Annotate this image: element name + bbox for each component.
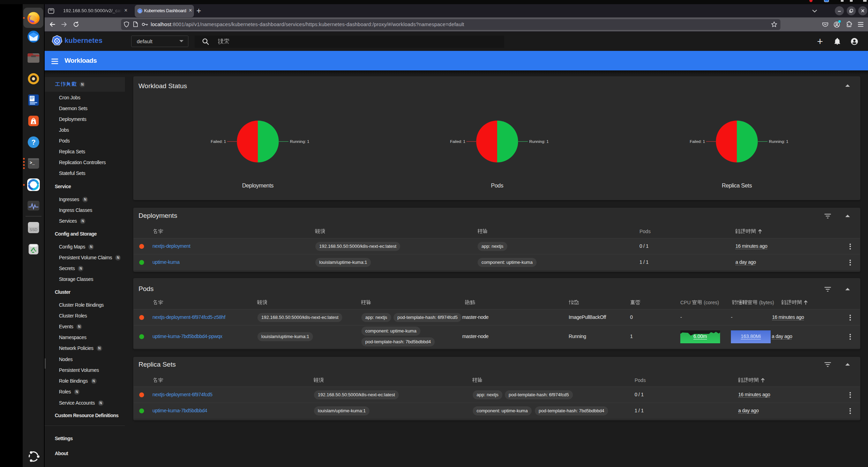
svg-text:>_: >_ — [30, 161, 35, 166]
svg-text:SSD: SSD — [30, 228, 38, 232]
svg-text:?: ? — [31, 138, 36, 146]
svg-text:A: A — [32, 121, 35, 124]
